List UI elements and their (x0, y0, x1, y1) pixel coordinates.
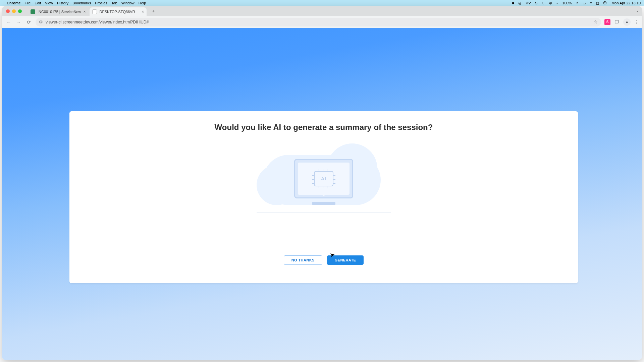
menu-history[interactable]: History (57, 1, 68, 5)
new-tab-button[interactable]: ＋ (149, 7, 157, 15)
menu-window[interactable]: Window (121, 1, 135, 5)
browser-toolbar: ← → ⟳ ⚙ viewer-ci.screenmeetdev.com/view… (2, 16, 642, 28)
status-icon[interactable]: ⊕ (549, 1, 552, 5)
macos-menubar: Chrome File Edit View History Bookmarks … (0, 0, 644, 6)
status-icon[interactable]: ⌁ (556, 1, 558, 5)
monitor-icon: AI (294, 159, 353, 198)
address-bar[interactable]: ⚙ viewer-ci.screenmeetdev.com/viewer/ind… (36, 18, 601, 26)
status-icon[interactable]: S (535, 1, 537, 5)
status-icon[interactable]: ◻ (596, 1, 599, 5)
dialog-button-row: NO THANKS GENERATE (284, 255, 364, 265)
tab-servicenow[interactable]: INC0010175 | ServiceNow × (28, 7, 88, 16)
menu-help[interactable]: Help (139, 1, 146, 5)
chrome-menu-icon[interactable]: ⋮ (634, 19, 639, 25)
status-icon[interactable]: ◎ (518, 1, 522, 5)
wifi-icon[interactable]: ᯤ (576, 1, 580, 5)
menubar-app-name[interactable]: Chrome (7, 1, 21, 5)
favicon-icon (31, 9, 35, 14)
page-content: Would you like AI to generate a summary … (2, 28, 642, 360)
menu-tab[interactable]: Tab (111, 1, 117, 5)
extensions-puzzle-icon[interactable]: ❐ (614, 19, 620, 25)
url-text: viewer-ci.screenmeetdev.com/viewer/index… (46, 20, 149, 24)
status-icon[interactable]: ⦿ (603, 1, 607, 5)
tab-title: DESKTOP-STQ36VR (99, 10, 139, 14)
ai-chip-icon: AI (314, 171, 333, 186)
window-controls (6, 9, 22, 13)
tab-overflow-icon[interactable]: ⌄ (636, 9, 639, 12)
control-center-icon[interactable]: ≡ (590, 1, 592, 5)
window-maximize-icon[interactable] (18, 9, 22, 13)
menu-bookmarks[interactable]: Bookmarks (72, 1, 91, 5)
menu-edit[interactable]: Edit (35, 1, 41, 5)
ai-illustration: AI (257, 152, 391, 212)
favicon-icon (92, 9, 97, 14)
reload-button[interactable]: ⟳ (25, 19, 32, 25)
status-icon[interactable]: ☾ (542, 1, 545, 5)
window-minimize-icon[interactable] (12, 9, 16, 13)
ai-summary-dialog: Would you like AI to generate a summary … (69, 111, 578, 283)
status-icon[interactable]: ■ (512, 1, 515, 5)
tab-title: INC0010175 | ServiceNow (38, 10, 81, 14)
dialog-heading: Would you like AI to generate a summary … (215, 123, 433, 132)
spotlight-icon[interactable]: ⌕ (584, 1, 586, 5)
window-close-icon[interactable] (6, 9, 10, 13)
chrome-window: INC0010175 | ServiceNow × DESKTOP-STQ36V… (2, 6, 642, 360)
chip-label: AI (321, 176, 326, 181)
menu-view[interactable]: View (45, 1, 53, 5)
menu-file[interactable]: File (25, 1, 31, 5)
menubar-clock[interactable]: Mon Apr 22 13:10 (611, 1, 641, 5)
no-thanks-button[interactable]: NO THANKS (284, 255, 322, 265)
tab-screenmeet[interactable]: DESKTOP-STQ36VR × (90, 7, 147, 16)
tab-close-icon[interactable]: × (142, 9, 144, 14)
battery-icon[interactable]: 100% (562, 1, 572, 5)
menu-profiles[interactable]: Profiles (95, 1, 107, 5)
generate-button[interactable]: GENERATE (327, 255, 364, 265)
extension-icon[interactable]: S (604, 19, 610, 25)
forward-button[interactable]: → (15, 19, 22, 25)
back-button[interactable]: ← (5, 19, 12, 25)
tab-strip: INC0010175 | ServiceNow × DESKTOP-STQ36V… (2, 6, 642, 16)
bookmark-star-icon[interactable]: ☆ (594, 19, 598, 24)
profile-avatar[interactable]: ● (623, 18, 631, 26)
site-info-icon[interactable]: ⚙ (39, 19, 43, 24)
status-icon[interactable]: ⋎⋎ (526, 1, 531, 5)
tab-close-icon[interactable]: × (83, 9, 86, 14)
